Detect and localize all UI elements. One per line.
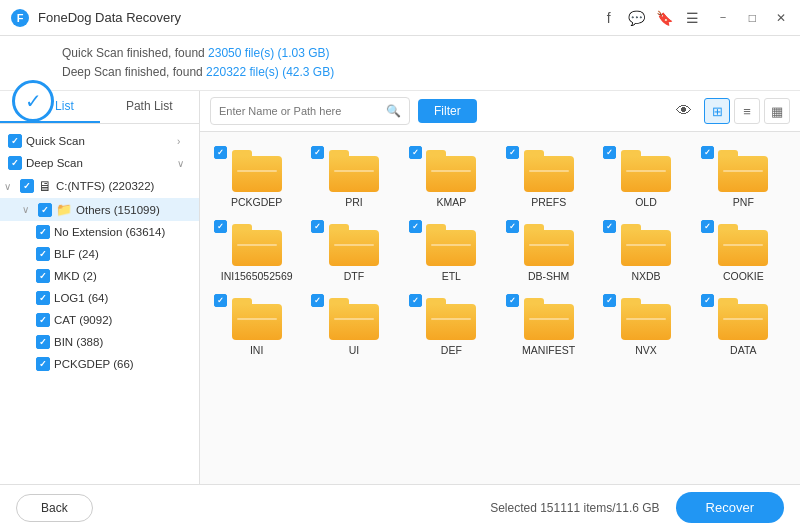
file-checkbox[interactable]: ✓ [701, 294, 714, 307]
sidebar-item-pckgdep[interactable]: ✓ PCKGDEP (66) [0, 353, 199, 375]
file-item[interactable]: ✓ KMAP [405, 142, 498, 212]
file-item[interactable]: ✓ NVX [599, 290, 692, 360]
bookmark-icon[interactable]: 🔖 [657, 10, 673, 26]
file-item[interactable]: ✓ DTF [307, 216, 400, 286]
search-box[interactable]: 🔍 [210, 97, 410, 125]
list-view-button[interactable]: ≡ [734, 98, 760, 124]
back-button[interactable]: Back [16, 494, 93, 522]
search-input[interactable] [219, 105, 382, 117]
quick-scan-info: Quick Scan finished, found 23050 file(s)… [62, 44, 784, 63]
scan-info-bar: ✓ Quick Scan finished, found 23050 file(… [0, 36, 800, 91]
file-item[interactable]: ✓ PNF [697, 142, 790, 212]
sidebar-item-deep-scan[interactable]: ✓ Deep Scan ∨ [0, 152, 199, 174]
quick-scan-check[interactable]: ✓ [8, 134, 22, 148]
file-checkbox[interactable]: ✓ [701, 146, 714, 159]
deep-scan-info: Deep Scan finished, found 220322 file(s)… [62, 63, 784, 82]
grid-small-view-button[interactable]: ▦ [764, 98, 790, 124]
file-checkbox[interactable]: ✓ [214, 294, 227, 307]
file-checkbox[interactable]: ✓ [603, 294, 616, 307]
file-name: DATA [730, 344, 756, 356]
sidebar-item-no-ext[interactable]: ✓ No Extension (63614) [0, 221, 199, 243]
file-name: COOKIE [723, 270, 764, 282]
scan-logo: ✓ [12, 80, 54, 122]
file-checkbox[interactable]: ✓ [311, 146, 324, 159]
filter-button[interactable]: Filter [418, 99, 477, 123]
file-checkbox[interactable]: ✓ [409, 294, 422, 307]
facebook-icon[interactable]: f [601, 10, 617, 26]
no-ext-check[interactable]: ✓ [36, 225, 50, 239]
sidebar: Type List Path List ✓ Quick Scan › ✓ Dee… [0, 91, 200, 484]
menu-icon[interactable]: ☰ [685, 10, 701, 26]
file-item[interactable]: ✓ INI [210, 290, 303, 360]
maximize-button[interactable]: □ [745, 11, 760, 25]
bin-check[interactable]: ✓ [36, 335, 50, 349]
eye-icon[interactable]: 👁 [676, 102, 692, 120]
cat-check[interactable]: ✓ [36, 313, 50, 327]
file-checkbox[interactable]: ✓ [701, 220, 714, 233]
file-checkbox[interactable]: ✓ [409, 220, 422, 233]
minimize-button[interactable]: － [713, 9, 733, 26]
mkd-check[interactable]: ✓ [36, 269, 50, 283]
sidebar-item-quick-scan[interactable]: ✓ Quick Scan › [0, 130, 199, 152]
content-area: 🔍 Filter 👁 ⊞ ≡ ▦ ✓ PCKGDEP ✓ [200, 91, 800, 484]
file-item[interactable]: ✓ DEF [405, 290, 498, 360]
folder-icon [718, 224, 768, 266]
file-item[interactable]: ✓ ETL [405, 216, 498, 286]
close-button[interactable]: ✕ [772, 11, 790, 25]
sidebar-item-cat[interactable]: ✓ CAT (9092) [0, 309, 199, 331]
file-item[interactable]: ✓ NXDB [599, 216, 692, 286]
sidebar-item-others[interactable]: ∨ ✓ 📁 Others (151099) [0, 198, 199, 221]
file-checkbox[interactable]: ✓ [214, 220, 227, 233]
folder-icon [426, 298, 476, 340]
file-name: NVX [635, 344, 657, 356]
grid-large-view-button[interactable]: ⊞ [704, 98, 730, 124]
file-checkbox[interactable]: ✓ [311, 294, 324, 307]
drive-check[interactable]: ✓ [20, 179, 34, 193]
file-checkbox[interactable]: ✓ [603, 146, 616, 159]
folder-icon [232, 224, 282, 266]
folder-icon-others: 📁 [56, 202, 72, 217]
file-name: OLD [635, 196, 657, 208]
file-checkbox[interactable]: ✓ [409, 146, 422, 159]
content-toolbar: 🔍 Filter 👁 ⊞ ≡ ▦ [200, 91, 800, 132]
file-item[interactable]: ✓ UI [307, 290, 400, 360]
file-item[interactable]: ✓ DB-SHM [502, 216, 595, 286]
bottom-bar: Back Selected 151111 items/11.6 GB Recov… [0, 484, 800, 527]
others-check[interactable]: ✓ [38, 203, 52, 217]
file-checkbox[interactable]: ✓ [214, 146, 227, 159]
folder-icon [621, 150, 671, 192]
file-name: KMAP [436, 196, 466, 208]
file-grid: ✓ PCKGDEP ✓ PRI ✓ KMAP ✓ [200, 132, 800, 484]
file-item[interactable]: ✓ PCKGDEP [210, 142, 303, 212]
pckgdep-check[interactable]: ✓ [36, 357, 50, 371]
file-item[interactable]: ✓ COOKIE [697, 216, 790, 286]
folder-icon [524, 298, 574, 340]
file-item[interactable]: ✓ PREFS [502, 142, 595, 212]
file-checkbox[interactable]: ✓ [506, 220, 519, 233]
file-checkbox[interactable]: ✓ [603, 220, 616, 233]
file-name: NXDB [631, 270, 660, 282]
log1-check[interactable]: ✓ [36, 291, 50, 305]
sidebar-item-blf[interactable]: ✓ BLF (24) [0, 243, 199, 265]
sidebar-item-drive[interactable]: ∨ ✓ 🖥 C:(NTFS) (220322) [0, 174, 199, 198]
sidebar-tree: ✓ Quick Scan › ✓ Deep Scan ∨ ∨ ✓ 🖥 C:(NT… [0, 124, 199, 484]
file-checkbox[interactable]: ✓ [311, 220, 324, 233]
file-item[interactable]: ✓ PRI [307, 142, 400, 212]
folder-icon [329, 150, 379, 192]
sidebar-item-mkd[interactable]: ✓ MKD (2) [0, 265, 199, 287]
tab-path-list[interactable]: Path List [100, 91, 200, 123]
sidebar-item-log1[interactable]: ✓ LOG1 (64) [0, 287, 199, 309]
deep-scan-check[interactable]: ✓ [8, 156, 22, 170]
file-item[interactable]: ✓ OLD [599, 142, 692, 212]
recover-button[interactable]: Recover [676, 492, 784, 523]
blf-check[interactable]: ✓ [36, 247, 50, 261]
sidebar-item-bin[interactable]: ✓ BIN (388) [0, 331, 199, 353]
file-item[interactable]: ✓ MANIFEST [502, 290, 595, 360]
file-item[interactable]: ✓ DATA [697, 290, 790, 360]
file-item[interactable]: ✓ INI1565052569 [210, 216, 303, 286]
chat-icon[interactable]: 💬 [629, 10, 645, 26]
file-checkbox[interactable]: ✓ [506, 146, 519, 159]
file-checkbox[interactable]: ✓ [506, 294, 519, 307]
folder-icon [718, 298, 768, 340]
folder-icon [718, 150, 768, 192]
